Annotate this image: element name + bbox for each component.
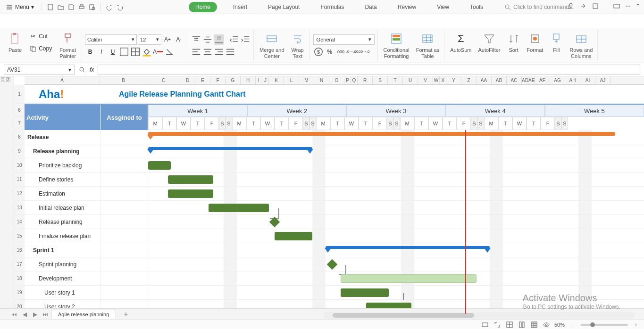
tab-nav-prev[interactable]: ◀	[20, 311, 29, 318]
copy-button[interactable]: Copy	[26, 43, 55, 54]
col-header[interactable]: W	[433, 76, 440, 84]
justify-button[interactable]	[225, 47, 235, 57]
conditional-format-button[interactable]: Conditional Formatting	[382, 31, 411, 59]
tab-data[interactable]: Data	[360, 2, 381, 12]
col-header[interactable]: N	[314, 76, 329, 84]
row-header[interactable]: 11	[14, 173, 25, 187]
row-header[interactable]: 10	[14, 158, 25, 173]
tab-nav-next[interactable]: ▶	[30, 311, 40, 318]
italic-button[interactable]: I	[96, 47, 107, 57]
row-headers[interactable]: 167891011121314151617181920	[14, 85, 25, 314]
zoom-slider[interactable]	[581, 324, 628, 326]
col-header[interactable]: V	[418, 76, 433, 84]
view-normal-icon[interactable]	[505, 321, 514, 329]
row-header[interactable]: 9	[14, 144, 25, 158]
col-header[interactable]: AB	[492, 76, 507, 84]
tab-home[interactable]: Home	[189, 2, 217, 12]
row-header[interactable]: 7	[14, 117, 25, 130]
col-header[interactable]: E	[195, 76, 210, 84]
font-name-select[interactable]: Calibri▾	[85, 34, 137, 45]
view-break-icon[interactable]	[530, 321, 538, 329]
fill-color-button[interactable]	[142, 47, 152, 57]
autosum-button[interactable]: ΣAutoSum	[448, 31, 473, 54]
column-headers[interactable]: ABCDEFGHIJKLMNOPQRSTUVWXYZAAABACADAEAFAG…	[25, 76, 644, 85]
autofilter-button[interactable]: AutoFilter	[476, 31, 502, 54]
sort-button[interactable]: Sort	[505, 31, 522, 54]
number-format-select[interactable]: General▾	[313, 34, 375, 45]
horizontal-scrollbar[interactable]	[323, 312, 635, 319]
col-header[interactable]: AC	[507, 76, 522, 84]
rows-cols-button[interactable]: Rows and Columns	[568, 31, 594, 59]
align-left-button[interactable]	[191, 47, 201, 57]
col-header[interactable]: P	[344, 76, 351, 84]
col-header[interactable]: G	[226, 76, 241, 84]
align-right-button[interactable]	[214, 47, 224, 57]
row-header[interactable]: 8	[14, 130, 25, 144]
row-header[interactable]: 12	[14, 187, 25, 201]
col-header[interactable]: O	[329, 76, 344, 84]
comma-button[interactable]: 000	[336, 47, 346, 57]
dots-icon[interactable]: ⋯	[625, 3, 631, 9]
col-header[interactable]: X	[440, 76, 446, 84]
merge-center-button[interactable]: Merge and Center	[258, 31, 286, 59]
underline-button[interactable]: U	[108, 47, 118, 57]
outline-gutter[interactable]: 12	[0, 76, 14, 321]
eye-icon[interactable]	[542, 321, 551, 329]
col-header[interactable]: R	[358, 76, 373, 84]
decrease-indent-button[interactable]	[229, 34, 239, 45]
row-header[interactable]: 15	[14, 229, 25, 243]
col-header[interactable]: AD	[522, 76, 528, 84]
row-header[interactable]: 19	[14, 286, 25, 300]
increase-indent-button[interactable]	[240, 34, 251, 45]
formula-input[interactable]	[98, 65, 640, 75]
col-header[interactable]: C	[147, 76, 180, 84]
format-button[interactable]: Format	[525, 31, 545, 54]
cut-button[interactable]: ✂Cut	[26, 31, 50, 41]
col-header[interactable]: S	[373, 76, 388, 84]
col-header[interactable]: AF	[535, 76, 550, 84]
command-search[interactable]: Click to find commands	[504, 3, 572, 11]
border-button[interactable]	[119, 47, 129, 57]
tab-tools[interactable]: Tools	[465, 2, 488, 12]
col-header[interactable]: AE	[528, 76, 535, 84]
align-bottom-button[interactable]	[214, 34, 224, 45]
align-center-button[interactable]	[202, 47, 213, 57]
percent-button[interactable]: %	[325, 47, 335, 57]
paste-button[interactable]: Paste	[7, 31, 24, 54]
bold-button[interactable]: B	[85, 47, 95, 57]
col-header[interactable]: AG	[550, 76, 565, 84]
col-header[interactable]: AJ	[595, 76, 611, 84]
col-header[interactable]: B	[100, 76, 147, 84]
col-header[interactable]: Y	[446, 76, 461, 84]
col-header[interactable]: I	[256, 76, 262, 84]
chevron-up-icon[interactable]: ⌃	[636, 3, 640, 9]
view-fullscreen-icon[interactable]	[493, 321, 502, 329]
row-header[interactable]: 6	[14, 104, 25, 117]
row-header[interactable]: 16	[14, 243, 25, 257]
font-size-select[interactable]: 12▾	[138, 34, 161, 45]
col-header[interactable]: F	[210, 76, 226, 84]
decrease-font-button[interactable]: A-	[174, 34, 184, 45]
reading-icon[interactable]	[481, 321, 489, 329]
row-header[interactable]: 14	[14, 215, 25, 229]
increase-decimal-button[interactable]: .0→.00	[347, 47, 358, 57]
col-header[interactable]: AH	[565, 76, 580, 84]
zoom-out-button[interactable]: −	[569, 321, 577, 329]
tab-review[interactable]: Review	[393, 2, 421, 12]
col-header[interactable]: J	[262, 76, 269, 84]
cell-style-button[interactable]	[130, 47, 141, 57]
col-header[interactable]: A	[25, 76, 100, 84]
zoom-formula-icon[interactable]	[78, 66, 86, 74]
tab-nav-last[interactable]: ⏭	[41, 311, 50, 318]
col-header[interactable]: Q	[351, 76, 358, 84]
collapse-ribbon-icon[interactable]	[592, 2, 599, 10]
format-painter-button[interactable]: Format Painter	[58, 31, 78, 59]
zoom-value[interactable]: 50%	[554, 322, 565, 328]
tab-page-layout[interactable]: Page Layout	[263, 2, 304, 12]
col-header[interactable]: AI	[580, 76, 595, 84]
font-color-button[interactable]: A	[153, 47, 163, 57]
format-table-button[interactable]: Format as Table	[414, 31, 442, 59]
row-header[interactable]: 13	[14, 201, 25, 215]
align-middle-button[interactable]	[202, 34, 213, 45]
grid-body[interactable]: Aha! Agile Release Planning Gantt Chart …	[25, 85, 644, 321]
